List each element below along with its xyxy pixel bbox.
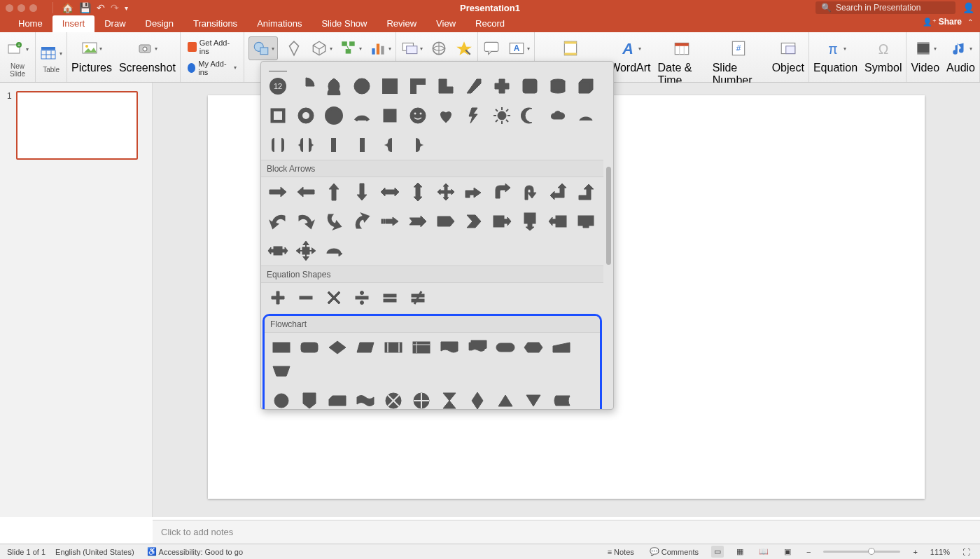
eq-equals[interactable] [376,286,404,310]
shape-plaque[interactable] [516,74,544,98]
fc-multidoc[interactable] [463,336,491,359]
fc-decision[interactable] [323,336,351,359]
zoom-out-button[interactable]: − [804,546,813,558]
arrow-left[interactable] [292,180,320,204]
arrow-curved-l[interactable] [264,209,292,233]
arrow-curved-u[interactable] [348,209,376,233]
fc-internal[interactable] [407,336,435,359]
tab-insert[interactable]: Insert [52,15,95,32]
eq-plus[interactable] [264,286,292,310]
status-accessibility[interactable]: ♿Accessibility: Good to go [144,546,246,558]
object-button[interactable]: Object [772,35,804,74]
arrow-callout-u[interactable] [572,209,600,233]
fc-process[interactable] [267,336,295,359]
eq-divide[interactable] [348,286,376,310]
shape-bracket-lr[interactable] [264,133,292,157]
window-controls[interactable] [6,4,37,12]
shape-item[interactable] [264,62,292,71]
wordart-button[interactable]: A▾WordArt [610,35,650,74]
shape-half-frame[interactable] [376,74,404,98]
arrow-curved-r[interactable] [292,209,320,233]
tab-animations[interactable]: Animations [247,15,312,32]
textbox-button[interactable]: A▾ [507,35,530,62]
audio-button[interactable]: ▾Audio [946,35,975,74]
shape-lshape[interactable] [404,74,432,98]
arrow-notched-r[interactable] [404,209,432,233]
icons-button[interactable] [285,35,303,62]
shape-brace-l[interactable] [376,133,404,157]
arrow-leftright[interactable] [376,180,404,204]
arrow-leftup[interactable] [544,180,572,204]
share-button[interactable]: 👤⁺ Share [923,17,962,27]
fc-manualop[interactable] [267,359,295,383]
user-avatar-icon[interactable]: 👤 [962,2,974,13]
arrow-callout-d[interactable] [516,209,544,233]
zoom-in-button[interactable]: + [910,546,920,558]
arrow-chevron[interactable] [460,209,488,233]
fc-altprocess[interactable] [295,336,323,359]
home-icon[interactable]: 🏠 [59,2,76,13]
fc-offpage[interactable] [295,389,323,409]
shape-brace-r[interactable] [404,133,432,157]
shape-brace-lr[interactable] [292,133,320,157]
view-normal-icon[interactable]: ▭ [711,546,724,558]
fc-or[interactable] [407,389,435,409]
view-sorter-icon[interactable]: ▦ [734,546,746,558]
zoom-level[interactable]: 111% [930,548,950,556]
fc-document[interactable] [435,336,463,359]
shapes-dropdown[interactable]: ▾ [248,35,278,62]
shape-moon[interactable] [516,104,544,127]
fc-extract[interactable] [491,389,519,409]
tab-slideshow[interactable]: Slide Show [312,15,377,32]
qat-customize-icon[interactable]: ▾ [122,4,131,12]
fc-sort[interactable] [463,389,491,409]
fc-manualinput[interactable] [547,336,575,359]
collapse-ribbon-icon[interactable]: ⌃ [967,18,973,26]
status-language[interactable]: English (United States) [55,548,134,556]
fc-terminator[interactable] [491,336,519,359]
arrow-callout-lr[interactable] [264,239,292,263]
shape-cloud[interactable] [544,104,572,127]
shape-can[interactable] [544,74,572,98]
arrow-callout-quad[interactable] [292,239,320,263]
smartart-button[interactable]: ▾ [340,35,362,62]
shape-folded[interactable] [376,104,404,127]
get-addins-button[interactable]: Get Add-ins [188,39,237,55]
arrow-bent-ur[interactable] [488,180,516,204]
fc-predef[interactable] [379,336,407,359]
shape-teardrop[interactable] [320,74,348,98]
fc-data[interactable] [351,336,379,359]
shape-arc[interactable] [348,104,376,127]
zoom-button[interactable]: ▾ [400,35,423,62]
tab-home[interactable]: Home [8,15,52,32]
shape-bevel[interactable] [264,104,292,127]
shape-lshape-fill[interactable] [432,74,460,98]
shape-noentry[interactable] [320,104,348,127]
shape-bracket-l[interactable] [320,133,348,157]
eq-notequals[interactable] [404,286,432,310]
save-icon[interactable]: 💾 [76,2,94,13]
zoom-slider[interactable] [823,551,900,553]
comment-button[interactable] [482,35,500,62]
tab-record[interactable]: Record [465,15,514,32]
arrow-quad[interactable] [432,180,460,204]
shape-lightning[interactable] [460,104,488,127]
fc-connector[interactable] [267,389,295,409]
eq-multiply[interactable] [320,286,348,310]
fc-preparation[interactable] [519,336,547,359]
shape-donut[interactable] [292,104,320,127]
shape-bracket-r[interactable] [348,133,376,157]
arrow-callout-l[interactable] [544,209,572,233]
redo-icon[interactable]: ↷ [108,2,122,13]
arrow-bentup[interactable] [572,180,600,204]
fc-collate[interactable] [435,389,463,409]
link-button[interactable] [430,35,448,62]
arrow-down[interactable] [348,180,376,204]
popup-scrollbar[interactable] [606,167,611,265]
symbol-button[interactable]: ΩSymbol [864,35,902,74]
notes-toggle[interactable]: ≡ Notes [605,546,637,558]
arrow-circular[interactable] [320,239,348,263]
view-slideshow-icon[interactable]: ▣ [781,546,794,558]
arrow-curved-d[interactable] [320,209,348,233]
tab-view[interactable]: View [426,15,465,32]
